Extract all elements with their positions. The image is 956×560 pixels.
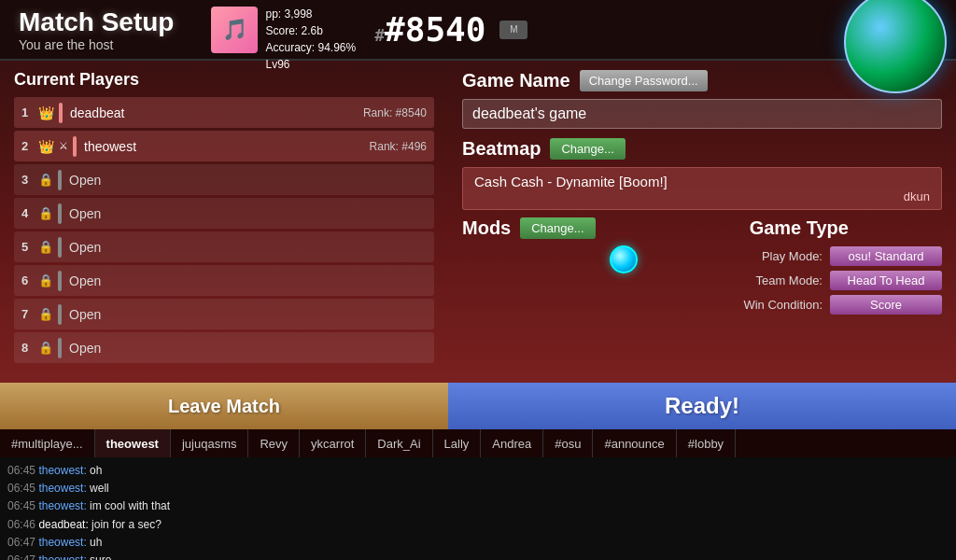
left-panel: Current Players 1👑deadbeatRank: #85402👑⚔… <box>0 61 448 383</box>
player-lock-icon: 🔒 <box>38 307 53 321</box>
chat-tab-_announce[interactable]: #announce <box>593 429 676 457</box>
chat-text: join for a sec? <box>91 518 162 531</box>
chat-username: theowest: <box>38 536 90 549</box>
player-row-1[interactable]: 1👑deadbeatRank: #8540 <box>14 97 434 128</box>
avatar: 🎵 <box>211 7 258 53</box>
pp-stat: pp: 3,998 <box>265 6 356 22</box>
game-name-input[interactable]: deadbeat's game <box>462 99 942 129</box>
chat-tab-ykcarrot[interactable]: ykcarrot <box>300 429 366 457</box>
win-condition-row: Win Condition: Score <box>656 295 942 315</box>
player-rank: Rank: #496 <box>370 140 427 153</box>
player-num: 4 <box>21 206 38 220</box>
team-mode-row: Team Mode: Head To Head <box>656 271 942 290</box>
player-row-3[interactable]: 3🔒Open <box>14 164 434 195</box>
globe <box>835 0 956 103</box>
player-row-6[interactable]: 6🔒Open <box>14 265 434 296</box>
score-display: ##8540 <box>374 10 485 49</box>
player-lock-icon: 🔒 <box>38 206 53 220</box>
beatmap-info: Cash Cash - Dynamite [Boom!] dkun <box>462 167 942 210</box>
chat-username: theowest: <box>38 499 90 512</box>
mods-indicator <box>610 245 638 273</box>
team-mode-label: Team Mode: <box>755 273 822 287</box>
player-color-bar <box>73 136 77 157</box>
gametype-title: Game Type <box>656 217 942 239</box>
chat-tab-jujuqasms[interactable]: jujuqasms <box>171 429 249 457</box>
player-lock-icon: 🔒 <box>38 341 53 355</box>
player-lock-icon: 🔒 <box>38 240 53 254</box>
win-condition-label: Win Condition: <box>743 298 822 312</box>
chat-text: im cool with that <box>90 499 170 512</box>
chat-message: 06:45 theowest: well <box>7 480 949 497</box>
player-num: 6 <box>21 273 38 287</box>
chat-tab-_multiplaye___[interactable]: #multiplaye... <box>0 429 95 457</box>
player-num: 8 <box>21 341 38 355</box>
chat-message: 06:45 theowest: im cool with that <box>7 497 949 515</box>
player-name: Open <box>69 341 101 356</box>
player-num: 3 <box>21 173 38 187</box>
player-color-bar <box>58 271 62 291</box>
players-list: 1👑deadbeatRank: #85402👑⚔theowestRank: #4… <box>14 97 434 363</box>
match-subtitle: You are the host <box>19 37 174 52</box>
accuracy-stat: Accuracy: 94.96% <box>265 39 356 56</box>
player-name: theowest <box>84 139 370 154</box>
player-host-icon: 👑 <box>38 105 54 120</box>
player-sword-icon: ⚔ <box>59 140 68 152</box>
player-row-4[interactable]: 4🔒Open <box>14 198 434 229</box>
chat-tab-_osu[interactable]: #osu <box>543 429 593 457</box>
match-title-area: Match Setup You are the host <box>19 7 174 52</box>
match-title: Match Setup <box>19 7 174 37</box>
player-name: Open <box>69 173 101 188</box>
player-num: 1 <box>21 105 38 119</box>
play-mode-label: Play Mode: <box>762 249 822 263</box>
chat-tab-_lobby[interactable]: #lobby <box>677 429 736 457</box>
player-row-8[interactable]: 8🔒Open <box>14 332 434 363</box>
chat-area[interactable]: 06:44 theowest: right06:44 deadbeat: hos… <box>0 457 956 560</box>
globe-visual <box>844 0 947 93</box>
player-rank: Rank: #8540 <box>363 106 427 119</box>
player-color-bar <box>58 170 62 190</box>
player-color-bar <box>58 304 62 325</box>
chat-tab-Lally[interactable]: Lally <box>433 429 482 457</box>
mods-gametype-row: Mods Change... Game Type Play Mode: osu!… <box>462 217 942 319</box>
mode-icon: M <box>499 21 527 39</box>
ready-button[interactable]: Ready! <box>448 383 956 429</box>
player-color-bar <box>58 338 62 358</box>
chat-timestamp: 06:45 <box>7 482 38 495</box>
player-row-7[interactable]: 7🔒Open <box>14 299 434 329</box>
chat-tab-Revy[interactable]: Revy <box>248 429 300 457</box>
team-mode-value[interactable]: Head To Head <box>830 271 942 290</box>
game-name-label: Game Name <box>462 70 570 91</box>
change-mods-button[interactable]: Change... <box>520 217 595 239</box>
chat-message: 06:47 theowest: uh <box>7 534 949 552</box>
chat-message: 06:45 theowest: oh <box>7 462 949 480</box>
right-panel: Game Name Change Password... deadbeat's … <box>448 61 956 383</box>
chat-tab-theowest[interactable]: theowest <box>95 429 171 457</box>
change-beatmap-button[interactable]: Change... <box>550 138 625 160</box>
player-color-bar <box>58 237 62 258</box>
chat-timestamp: 06:45 <box>7 499 38 512</box>
user-stats: deadbeat pp: 3,998 Score: 2.6b Accuracy:… <box>265 0 356 73</box>
player-num: 5 <box>21 240 38 254</box>
current-players-title: Current Players <box>14 70 434 90</box>
chat-text: uh <box>90 536 102 549</box>
player-name: deadbeat <box>70 105 363 120</box>
win-condition-value[interactable]: Score <box>830 295 942 315</box>
mods-label: Mods <box>462 217 511 239</box>
leave-match-button[interactable]: Leave Match <box>0 383 448 429</box>
chat-tab-Dark_Ai[interactable]: Dark_Ai <box>366 429 432 457</box>
chat-timestamp: 06:47 <box>7 536 38 549</box>
user-info: 🎵 deadbeat pp: 3,998 Score: 2.6b Accurac… <box>211 0 356 73</box>
player-num: 7 <box>21 307 38 321</box>
player-name: Open <box>69 206 101 221</box>
chat-timestamp: 06:45 <box>7 464 38 477</box>
chat-tabs: #multiplaye...theowestjujuqasmsRevyykcar… <box>0 429 956 457</box>
beatmap-author: dkun <box>474 189 930 203</box>
top-bar: Match Setup You are the host 🎵 deadbeat … <box>0 0 956 61</box>
chat-tab-Andrea[interactable]: Andrea <box>481 429 543 457</box>
player-row-2[interactable]: 2👑⚔theowestRank: #496 <box>14 131 434 161</box>
beatmap-label: Beatmap <box>462 138 541 160</box>
change-password-button[interactable]: Change Password... <box>580 70 708 91</box>
play-mode-value[interactable]: osu! Standard <box>830 246 942 266</box>
player-row-5[interactable]: 5🔒Open <box>14 231 434 262</box>
chat-text: he wants to make it so there is a button… <box>91 457 459 459</box>
